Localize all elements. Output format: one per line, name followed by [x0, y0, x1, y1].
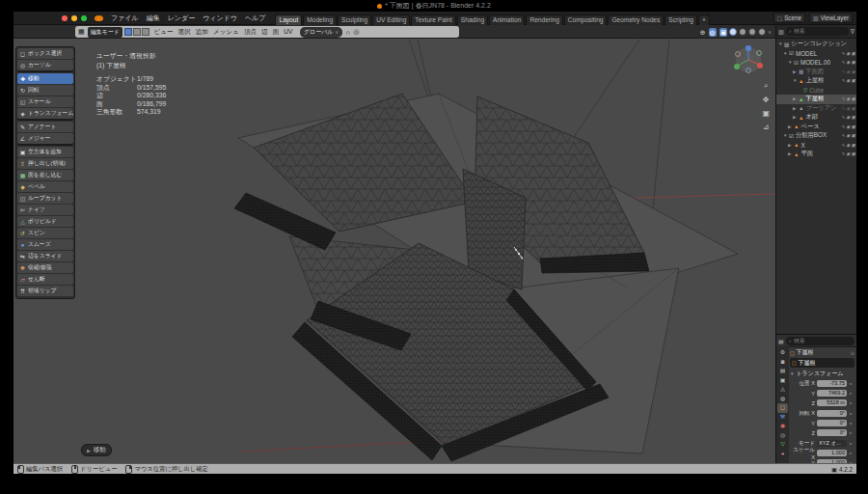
- tool-button[interactable]: ↺ スピン: [17, 228, 73, 238]
- workspace-tab[interactable]: Shading: [457, 14, 488, 25]
- outliner-filter-icon[interactable]: ∇: [851, 28, 854, 35]
- viewport-menu-item[interactable]: 頂点: [241, 28, 258, 37]
- outliner-item-name[interactable]: 下面図: [805, 68, 841, 76]
- selectable-icon[interactable]: ↖: [841, 133, 845, 138]
- xray-toggle-icon[interactable]: ▣: [719, 28, 728, 37]
- tool-button[interactable]: ⇆ 辺をスライド: [17, 251, 73, 261]
- properties-editor-icon[interactable]: ▤: [778, 338, 784, 344]
- properties-tab[interactable]: ⚒: [777, 413, 788, 423]
- topbar-menu-item[interactable]: ファイル: [107, 14, 143, 23]
- scene-selector[interactable]: ▢ Scene: [773, 13, 806, 23]
- outliner-item-name[interactable]: ブーリアン: [805, 104, 841, 113]
- hide-viewport-icon[interactable]: ◉: [846, 133, 850, 138]
- navigation-gizmo[interactable]: [734, 45, 763, 72]
- selectable-icon[interactable]: ↖: [841, 143, 845, 148]
- selectable-icon[interactable]: ↖: [841, 115, 845, 120]
- viewport-menu-item[interactable]: ビュー: [151, 28, 176, 37]
- decorate-icon[interactable]: ●: [850, 391, 852, 396]
- workspace-tab[interactable]: UV Editing: [372, 14, 410, 25]
- properties-tab[interactable]: ▣: [777, 376, 788, 386]
- outliner-item-name[interactable]: 上屋根: [805, 76, 841, 85]
- outliner-editor-icon[interactable]: ▥: [778, 28, 784, 35]
- properties-tab[interactable]: ◬: [777, 385, 788, 395]
- decorate-icon[interactable]: ●: [850, 451, 852, 455]
- hide-render-icon[interactable]: ▣: [851, 60, 855, 65]
- outliner-row[interactable]: ▶ ▲ X ↖ ◉ ▣: [776, 141, 856, 151]
- overlays-toggle-icon[interactable]: ◍: [709, 28, 717, 37]
- 3d-viewport[interactable]: ユーザー・透視投影 (1) 下屋根 オブジェクト 1/789 頂点 0/157,…: [14, 39, 775, 463]
- number-field[interactable]: 0°: [817, 429, 847, 437]
- properties-tab[interactable]: ◙: [777, 358, 788, 368]
- selectable-icon[interactable]: ↖: [841, 96, 845, 101]
- transform-orientation-dropdown[interactable]: グローバル∨: [300, 27, 342, 38]
- edge-select-button[interactable]: [133, 28, 141, 36]
- outliner-item-name[interactable]: MODEL: [796, 50, 841, 57]
- viewport-menu-item[interactable]: メッシュ: [210, 28, 241, 37]
- operator-panel[interactable]: ▶ 移動: [81, 444, 112, 456]
- outliner-row[interactable]: ▼ ▤ シーンコレクション ↖ ◉ ▣: [776, 40, 856, 49]
- tool-button[interactable]: ◎ カーソル: [17, 60, 73, 70]
- workspace-tab[interactable]: Scripting: [665, 14, 697, 25]
- workspace-tab[interactable]: +: [698, 14, 710, 25]
- hide-render-icon[interactable]: ▣: [851, 78, 855, 83]
- editor-type-icon[interactable]: ▦: [78, 28, 85, 36]
- tool-button[interactable]: ↻ 回転: [17, 85, 73, 96]
- viewport-menu-item[interactable]: 面: [270, 28, 282, 37]
- outliner-row[interactable]: ▽ Cube ↖ ◉ ▣: [776, 86, 856, 96]
- hide-render-icon[interactable]: ▣: [851, 106, 855, 111]
- rotation-mode-dropdown[interactable]: XYZ オ...: [817, 440, 847, 448]
- x-axis-ball[interactable]: [757, 63, 763, 69]
- hide-viewport-icon[interactable]: ◉: [846, 124, 850, 129]
- outliner-item-name[interactable]: シーンコレクション: [791, 40, 855, 48]
- outliner-row[interactable]: ▼ ☑ MODEL ↖ ◉ ▣: [776, 49, 856, 59]
- properties-tab[interactable]: ◕: [777, 450, 788, 459]
- tool-button[interactable]: ✄ ナイフ: [17, 205, 73, 215]
- tool-button[interactable]: ▱ せん断: [17, 274, 73, 285]
- hide-viewport-icon[interactable]: ◉: [846, 151, 850, 156]
- selectable-icon[interactable]: ↖: [841, 151, 845, 156]
- hide-viewport-icon[interactable]: ◉: [846, 60, 850, 65]
- outliner-item-name[interactable]: 分類用BOX: [796, 131, 841, 140]
- selectable-icon[interactable]: ↖: [841, 51, 845, 56]
- hide-render-icon[interactable]: ▣: [851, 51, 855, 56]
- camera-view-icon[interactable]: ▣: [762, 109, 770, 118]
- hide-render-icon[interactable]: ▣: [851, 96, 855, 101]
- hide-viewport-icon[interactable]: ◉: [846, 78, 850, 83]
- outliner-item-name[interactable]: 平面: [800, 150, 841, 158]
- face-select-button[interactable]: [142, 28, 149, 36]
- hide-render-icon[interactable]: ▣: [851, 124, 855, 129]
- tool-button[interactable]: ● スムーズ: [17, 239, 73, 250]
- selectable-icon[interactable]: ↖: [841, 106, 845, 111]
- outliner-row[interactable]: ▼ ☑ MODEL.00 ↖ ◉ ▣: [776, 58, 856, 68]
- viewport-menu-item[interactable]: 選択: [176, 28, 193, 37]
- y-axis-ball[interactable]: [734, 64, 740, 69]
- selectable-icon[interactable]: ↖: [841, 69, 845, 74]
- outliner-item-name[interactable]: X: [800, 142, 841, 149]
- viewport-menu-item[interactable]: 追加: [193, 28, 210, 37]
- blender-logo-icon[interactable]: [95, 15, 103, 21]
- gizmo-toggle-icon[interactable]: ⊕: [700, 28, 706, 37]
- properties-tab[interactable]: ⚙: [777, 348, 788, 358]
- number-field[interactable]: 1.000: [817, 450, 847, 457]
- topbar-menu-item[interactable]: ウィンドウ: [199, 14, 241, 23]
- properties-tab[interactable]: ◍: [777, 395, 788, 404]
- topbar-menu-item[interactable]: ヘルプ: [241, 14, 270, 23]
- shading-wireframe-button[interactable]: [729, 28, 737, 36]
- topbar-menu-item[interactable]: 編集: [143, 14, 164, 23]
- outliner-item-name[interactable]: ベース: [800, 123, 841, 131]
- workspace-tab[interactable]: Rendering: [526, 14, 562, 25]
- object-name-field[interactable]: ◻ 下屋根: [790, 358, 854, 368]
- tool-button[interactable]: ◻ ボックス選択: [17, 48, 73, 59]
- outliner-row[interactable]: ▼ ☑ 分類用BOX ↖ ◉ ▣: [776, 131, 856, 141]
- hide-viewport-icon[interactable]: ◉: [846, 143, 850, 148]
- properties-tab[interactable]: ▽: [777, 440, 788, 450]
- number-field[interactable]: 0°: [817, 420, 847, 427]
- tool-button[interactable]: △ ポリビルド: [17, 216, 73, 227]
- selectable-icon[interactable]: ↖: [841, 124, 845, 129]
- viewport-menu-item[interactable]: 辺: [259, 28, 271, 37]
- workspace-tab[interactable]: Geometry Nodes: [608, 14, 664, 25]
- perspective-toggle-icon[interactable]: ⊿: [762, 123, 770, 131]
- hide-render-icon[interactable]: ▣: [851, 151, 855, 156]
- mode-dropdown[interactable]: 編集モード: [88, 27, 122, 38]
- workspace-tab[interactable]: Modeling: [303, 14, 337, 25]
